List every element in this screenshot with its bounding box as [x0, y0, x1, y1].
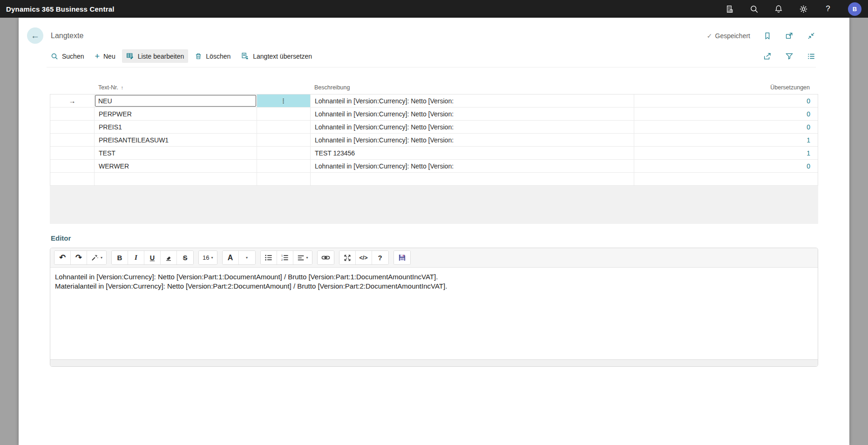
uebersetzungen-link[interactable]: 1 — [807, 149, 810, 157]
row-options-cell — [257, 108, 311, 120]
table-row[interactable]: WERWER Lohnanteil in [Version:Currency]:… — [50, 160, 818, 173]
save-button[interactable] — [394, 251, 410, 264]
table-row[interactable]: → ⋮ Lohnanteil in [Version:Currency]: Ne… — [50, 94, 818, 108]
uebersetzungen-link[interactable]: 1 — [807, 136, 810, 144]
header-text-nr[interactable]: Text-Nr. ↑ — [94, 84, 257, 91]
numbered-list-button[interactable]: 12 — [277, 251, 293, 264]
italic-button[interactable]: I — [128, 251, 144, 264]
topbar-actions: ? B — [725, 2, 861, 16]
row-options-cell — [257, 121, 311, 133]
text-nr-cell[interactable]: PREISANTEILEASUW1 — [95, 134, 257, 146]
search-action[interactable]: Suchen — [47, 50, 88, 63]
text-nr-cell[interactable]: TEST — [95, 147, 257, 159]
uebersetzungen-link[interactable]: 0 — [807, 97, 810, 105]
editor-line: Lohnanteil in [Version:Currency]: Netto … — [55, 272, 813, 282]
font-color-icon: A — [228, 254, 233, 262]
beschreibung-cell[interactable] — [311, 173, 634, 185]
undo-button[interactable]: ↶ — [54, 251, 71, 264]
header-row-indicator — [50, 84, 94, 91]
editor-toolbar: ↶ ↷ ▾ B I U S 16 ▾ A — [50, 248, 818, 268]
beschreibung-cell[interactable]: Lohnanteil in [Version:Currency]: Netto … — [311, 94, 634, 107]
strikethrough-button[interactable]: S — [177, 251, 193, 264]
collapse-page-icon[interactable] — [807, 31, 816, 40]
editor-resize-bar[interactable] — [50, 359, 818, 366]
text-nr-cell[interactable]: WERWER — [95, 160, 257, 172]
row-ellipsis-button[interactable]: ⋮ — [280, 97, 287, 104]
translate-icon — [241, 52, 249, 60]
magic-format-dropdown[interactable]: ▾ — [87, 251, 106, 264]
header-beschreibung[interactable]: Beschreibung — [310, 84, 634, 91]
text-nr-cell[interactable]: PERPWER — [95, 108, 257, 120]
text-nr-cell[interactable]: PREIS1 — [95, 121, 257, 133]
align-dropdown[interactable]: ▾ — [293, 251, 312, 264]
uebersetzungen-cell: 1 — [634, 147, 819, 159]
undo-icon: ↶ — [59, 253, 66, 263]
list-group: 12 ▾ — [260, 250, 312, 265]
app-title[interactable]: Dynamics 365 Business Central — [6, 5, 115, 13]
beschreibung-cell[interactable]: Lohnanteil in [Version:Currency]: Netto … — [311, 121, 634, 133]
table-row[interactable]: TEST TEST 123456 1 — [50, 147, 818, 160]
check-icon: ✓ — [707, 32, 712, 40]
fullscreen-button[interactable] — [339, 251, 356, 264]
back-button[interactable]: ← — [27, 27, 43, 44]
edit-list-action[interactable]: Liste bearbeiten — [122, 49, 189, 63]
magic-wand-icon — [91, 254, 99, 262]
table-row[interactable]: PREISANTEILEASUW1 Lohnanteil in [Version… — [50, 134, 818, 147]
text-nr-input[interactable] — [95, 95, 256, 107]
uebersetzungen-cell: 0 — [634, 121, 819, 133]
align-left-icon — [297, 254, 305, 262]
notifications-bell-icon[interactable] — [774, 4, 783, 13]
table-row[interactable]: PERPWER Lohnanteil in [Version:Currency]… — [50, 108, 818, 121]
beschreibung-cell[interactable]: Lohnanteil in [Version:Currency]: Netto … — [311, 134, 634, 146]
save-group — [393, 250, 411, 265]
open-in-window-icon[interactable] — [785, 31, 794, 40]
text-nr-cell[interactable] — [95, 173, 257, 185]
link-group — [317, 250, 334, 265]
header-uebersetzungen[interactable]: Übersetzungen — [634, 84, 818, 91]
expand-arrows-icon — [344, 254, 351, 262]
delete-action-label: Löschen — [206, 53, 231, 60]
row-indicator-cell — [50, 160, 95, 172]
clear-format-button[interactable] — [161, 251, 177, 264]
redo-icon: ↷ — [75, 253, 82, 263]
current-row-arrow-icon: → — [69, 97, 76, 105]
environment-building-icon[interactable] — [725, 4, 734, 13]
table-row-empty[interactable] — [50, 173, 818, 186]
editor-help-button[interactable]: ? — [372, 251, 388, 264]
redo-button[interactable]: ↷ — [71, 251, 87, 264]
uebersetzungen-link[interactable]: 0 — [807, 110, 810, 118]
font-color-button[interactable]: A — [223, 251, 239, 264]
font-size-dropdown[interactable]: 16 ▾ — [199, 251, 217, 264]
bullet-list-button[interactable] — [261, 251, 277, 264]
share-icon[interactable] — [763, 52, 772, 61]
underline-button[interactable]: U — [144, 251, 161, 264]
editor-text-area[interactable]: Lohnanteil in [Version:Currency]: Netto … — [50, 268, 818, 359]
bold-button[interactable]: B — [112, 251, 128, 264]
settings-gear-icon[interactable] — [799, 4, 808, 13]
strikethrough-icon: S — [183, 254, 188, 262]
editor-line: Materialanteil in [Version:Currency]: Ne… — [55, 282, 813, 291]
table-row[interactable]: PREIS1 Lohnanteil in [Version:Currency]:… — [50, 121, 818, 134]
row-options-cell — [257, 147, 311, 159]
filter-icon[interactable] — [785, 52, 794, 61]
search-icon[interactable] — [749, 4, 759, 13]
new-action[interactable]: + Neu — [90, 50, 119, 63]
translate-action[interactable]: Langtext übersetzen — [237, 49, 316, 63]
link-icon — [321, 253, 330, 262]
beschreibung-cell[interactable]: Lohnanteil in [Version:Currency]: Netto … — [311, 108, 634, 120]
uebersetzungen-link[interactable]: 0 — [807, 162, 810, 170]
uebersetzungen-link[interactable]: 0 — [807, 123, 810, 131]
row-indicator-cell — [50, 173, 95, 185]
beschreibung-cell[interactable]: Lohnanteil in [Version:Currency]: Netto … — [311, 160, 634, 172]
bookmark-icon[interactable] — [763, 31, 772, 40]
delete-action[interactable]: Löschen — [190, 50, 235, 63]
font-color-dropdown[interactable]: ▾ — [239, 251, 255, 264]
list-options-icon[interactable] — [807, 52, 816, 61]
beschreibung-cell[interactable]: TEST 123456 — [311, 147, 634, 159]
insert-link-button[interactable] — [318, 251, 334, 264]
code-view-button[interactable]: </> — [356, 251, 372, 264]
row-indicator-cell: → — [50, 94, 95, 107]
save-status-label: Gespeichert — [715, 32, 750, 40]
help-icon[interactable]: ? — [823, 4, 833, 13]
user-avatar[interactable]: B — [848, 2, 861, 16]
